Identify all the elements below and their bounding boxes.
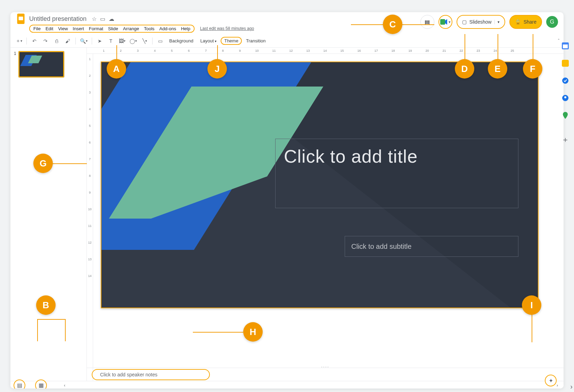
separator [75, 38, 76, 44]
theme-button[interactable]: Theme [221, 37, 241, 45]
separator [92, 38, 92, 44]
get-addons-button[interactable]: ＋ [561, 136, 569, 144]
star-icon[interactable]: ☆ [92, 16, 97, 22]
callout-F: F [523, 59, 542, 79]
menu-format[interactable]: Format [89, 26, 103, 31]
callout-C: C [383, 15, 402, 34]
callout-G: G [33, 154, 53, 173]
account-avatar[interactable]: G [546, 16, 558, 28]
grid-icon: ▦ [39, 382, 44, 389]
image-tool[interactable]: 🖼 ▾ [117, 36, 127, 46]
bottom-bar: ▤ ▦ ‹ › ✦ [10, 381, 564, 389]
sidepanel-expand-button[interactable]: › [557, 383, 558, 388]
svg-rect-6 [562, 60, 569, 67]
meet-button[interactable]: ▾ [438, 15, 452, 29]
menubar: File Edit View Insert Format Slide Arran… [29, 25, 195, 33]
slides-logo-icon[interactable] [15, 13, 27, 25]
chevron-down-icon: ▾ [494, 20, 500, 24]
chevron-down-icon: ▾ [86, 39, 88, 43]
chevron-down-icon: ▾ [135, 39, 137, 43]
maps-addon-icon[interactable] [561, 111, 569, 120]
avatar-letter: G [550, 19, 554, 25]
calendar-addon-icon[interactable] [561, 42, 569, 50]
transition-button[interactable]: Transition [243, 38, 269, 43]
speaker-notes-input[interactable]: Click to add speaker notes [92, 369, 210, 380]
paint-format-button[interactable]: 🖌 [63, 36, 73, 46]
menu-slide[interactable]: Slide [108, 26, 118, 31]
svg-rect-2 [440, 19, 445, 25]
filmstrip-view-button[interactable]: ▤ [14, 382, 25, 389]
menu-tools[interactable]: Tools [144, 26, 154, 31]
hide-menus-button[interactable]: ˆ [558, 39, 559, 43]
chevron-down-icon: ▾ [20, 39, 22, 43]
callout-I: I [522, 295, 541, 315]
callout-J: J [207, 59, 227, 79]
menu-insert[interactable]: Insert [73, 26, 84, 31]
menu-arrange[interactable]: Arrange [123, 26, 139, 31]
filmstrip-collapse-button[interactable]: ‹ [64, 383, 65, 388]
title-placeholder[interactable]: Click to add title [275, 139, 518, 208]
canvas-area: 1234567891011121314151617181920212223242… [87, 48, 564, 389]
undo-button[interactable]: ↶ [30, 36, 39, 46]
callout-B: B [36, 295, 56, 315]
subtitle-placeholder[interactable]: Click to add subtitle [345, 236, 518, 257]
menu-view[interactable]: View [58, 26, 68, 31]
svg-rect-5 [563, 44, 568, 48]
side-panel: ＋ [560, 42, 571, 144]
contacts-addon-icon[interactable] [561, 94, 569, 102]
keep-addon-icon[interactable] [561, 59, 569, 67]
plus-icon: ＋ [16, 38, 20, 44]
select-tool[interactable]: ➤ [95, 36, 105, 46]
explore-icon: ✦ [549, 377, 553, 384]
plus-icon: ＋ [561, 134, 569, 145]
callout-H: H [243, 322, 263, 342]
callout-D: D [455, 59, 474, 79]
filmstrip-icon: ▤ [17, 382, 22, 389]
share-label: Share [524, 19, 536, 25]
move-icon[interactable]: ▭ [100, 16, 105, 22]
vertical-ruler: 1234567891011121314 [87, 54, 93, 389]
layout-button[interactable]: Layout▾ [197, 38, 219, 43]
line-tool[interactable]: ╲ ▾ [140, 36, 149, 46]
background-button[interactable]: Background [166, 38, 196, 43]
textbox-tool[interactable]: T [106, 36, 116, 46]
zoom-button[interactable]: 🔍 ▾ [79, 36, 89, 46]
menu-file[interactable]: File [33, 26, 41, 31]
toolbar: ＋▾ ↶ ↷ ⎙ 🖌 🔍 ▾ ➤ T 🖼 ▾ ◯ ▾ ╲ ▾ ▭ Backgro… [10, 34, 564, 48]
menu-edit[interactable]: Edit [46, 26, 53, 31]
svg-point-9 [564, 96, 566, 98]
new-slide-button[interactable]: ＋▾ [14, 36, 24, 46]
horizontal-ruler: 1234567891011121314151617181920212223242… [87, 48, 564, 54]
slideshow-button[interactable]: ▢ Slideshow ▾ [457, 15, 505, 29]
tasks-addon-icon[interactable] [561, 76, 569, 85]
explore-button[interactable]: ✦ [545, 375, 557, 386]
print-button[interactable]: ⎙ [52, 36, 62, 46]
chevron-down-icon: ▾ [145, 39, 147, 43]
callout-A: A [107, 59, 126, 79]
filmstrip: 1 [10, 48, 87, 389]
svg-point-7 [562, 77, 568, 84]
comment-tool[interactable]: ▭ [155, 36, 165, 46]
separator [152, 38, 153, 44]
shape-tool[interactable]: ◯ ▾ [128, 36, 138, 46]
grid-view-button[interactable]: ▦ [35, 382, 47, 389]
lock-icon: 🔒 [515, 19, 521, 25]
present-icon: ▢ [462, 19, 467, 25]
menu-addons[interactable]: Add-ons [159, 26, 176, 31]
layout-label: Layout [200, 38, 214, 43]
last-edit-link[interactable]: Last edit was 58 minutes ago [200, 26, 254, 31]
comments-button[interactable]: ▤ [420, 15, 434, 29]
menu-help[interactable]: Help [181, 26, 190, 31]
chevron-down-icon: ▾ [215, 39, 216, 43]
callout-E: E [488, 59, 507, 79]
slide-canvas[interactable]: Click to add title Click to add subtitle [101, 62, 539, 308]
chevron-down-icon: ▾ [124, 39, 125, 43]
cloud-status-icon[interactable]: ☁ [109, 16, 114, 22]
slide-thumbnail[interactable] [18, 51, 64, 77]
share-button[interactable]: 🔒 Share [509, 15, 542, 29]
redo-button[interactable]: ↷ [41, 36, 50, 46]
chevron-down-icon: ▾ [449, 20, 451, 24]
sidepanel-collapse-button[interactable]: › [570, 383, 573, 391]
slideshow-label: Slideshow [469, 19, 492, 25]
document-title[interactable]: Untitled presentation [29, 15, 87, 23]
